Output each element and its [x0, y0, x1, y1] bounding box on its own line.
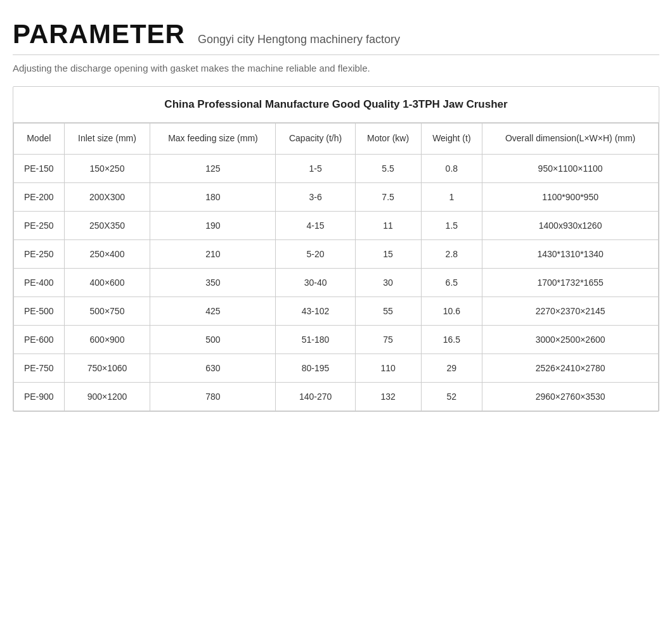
cell-6-4: 75 [355, 325, 421, 354]
header-divider [13, 54, 659, 55]
cell-7-4: 110 [355, 354, 421, 382]
cell-7-3: 80-195 [276, 354, 355, 382]
cell-8-3: 140-270 [276, 382, 355, 411]
cell-6-2: 500 [150, 325, 276, 354]
col-header-2: Max feeding size (mm) [150, 124, 276, 155]
col-header-6: Overall dimension(L×W×H) (mm) [482, 124, 659, 155]
cell-2-0: PE-250 [14, 211, 65, 239]
cell-4-0: PE-400 [14, 268, 65, 296]
cell-5-5: 10.6 [421, 296, 482, 325]
cell-0-2: 125 [150, 154, 276, 182]
cell-7-6: 2526×2410×2780 [482, 354, 659, 382]
cell-8-1: 900×1200 [64, 382, 150, 411]
cell-6-5: 16.5 [421, 325, 482, 354]
cell-4-5: 6.5 [421, 268, 482, 296]
cell-6-1: 600×900 [64, 325, 150, 354]
cell-5-2: 425 [150, 296, 276, 325]
table-row: PE-500500×75042543-1025510.62270×2370×21… [14, 296, 659, 325]
table-row: PE-250250×4002105-20152.81430*1310*1340 [14, 239, 659, 268]
cell-0-3: 1-5 [276, 154, 355, 182]
cell-1-1: 200X300 [64, 182, 150, 211]
cell-0-5: 0.8 [421, 154, 482, 182]
col-header-4: Motor (kw) [355, 124, 421, 155]
cell-2-6: 1400x930x1260 [482, 211, 659, 239]
header-section: PARAMETER Gongyi city Hengtong machinery… [13, 19, 659, 73]
cell-5-6: 2270×2370×2145 [482, 296, 659, 325]
cell-1-0: PE-200 [14, 182, 65, 211]
cell-2-4: 11 [355, 211, 421, 239]
cell-3-4: 15 [355, 239, 421, 268]
cell-5-0: PE-500 [14, 296, 65, 325]
cell-4-1: 400×600 [64, 268, 150, 296]
cell-1-5: 1 [421, 182, 482, 211]
cell-1-2: 180 [150, 182, 276, 211]
col-header-5: Weight (t) [421, 124, 482, 155]
cell-4-3: 30-40 [276, 268, 355, 296]
cell-3-3: 5-20 [276, 239, 355, 268]
cell-4-6: 1700*1732*1655 [482, 268, 659, 296]
cell-2-2: 190 [150, 211, 276, 239]
cell-8-5: 52 [421, 382, 482, 411]
cell-3-0: PE-250 [14, 239, 65, 268]
col-header-0: Model [14, 124, 65, 155]
cell-0-1: 150×250 [64, 154, 150, 182]
table-row: PE-150150×2501251-55.50.8950×1100×1100 [14, 154, 659, 182]
cell-8-4: 132 [355, 382, 421, 411]
table-row: PE-600600×90050051-1807516.53000×2500×26… [14, 325, 659, 354]
cell-3-1: 250×400 [64, 239, 150, 268]
cell-6-0: PE-600 [14, 325, 65, 354]
cell-3-6: 1430*1310*1340 [482, 239, 659, 268]
table-row: PE-900900×1200780140-270132522960×2760×3… [14, 382, 659, 411]
cell-8-0: PE-900 [14, 382, 65, 411]
cell-0-6: 950×1100×1100 [482, 154, 659, 182]
cell-8-2: 780 [150, 382, 276, 411]
table-header-row: ModelInlet size (mm)Max feeding size (mm… [14, 124, 659, 155]
cell-0-0: PE-150 [14, 154, 65, 182]
cell-5-3: 43-102 [276, 296, 355, 325]
table-wrapper: China Professional Manufacture Good Qual… [13, 86, 659, 412]
table-body: PE-150150×2501251-55.50.8950×1100×1100PE… [14, 154, 659, 411]
cell-7-5: 29 [421, 354, 482, 382]
table-row: PE-200200X3001803-67.511100*900*950 [14, 182, 659, 211]
header-top: PARAMETER Gongyi city Hengtong machinery… [13, 19, 659, 49]
subtitle: Adjusting the discharge opening with gas… [13, 63, 659, 73]
cell-2-5: 1.5 [421, 211, 482, 239]
cell-8-6: 2960×2760×3530 [482, 382, 659, 411]
cell-7-1: 750×1060 [64, 354, 150, 382]
table-row: PE-250250X3501904-15111.51400x930x1260 [14, 211, 659, 239]
cell-7-0: PE-750 [14, 354, 65, 382]
cell-5-1: 500×750 [64, 296, 150, 325]
table-row: PE-750750×106063080-195110292526×2410×27… [14, 354, 659, 382]
cell-1-3: 3-6 [276, 182, 355, 211]
table-title: China Professional Manufacture Good Qual… [13, 87, 659, 123]
cell-6-3: 51-180 [276, 325, 355, 354]
cell-1-4: 7.5 [355, 182, 421, 211]
cell-6-6: 3000×2500×2600 [482, 325, 659, 354]
company-name: Gongyi city Hengtong machinery factory [198, 33, 400, 46]
col-header-3: Capacity (t/h) [276, 124, 355, 155]
cell-2-3: 4-15 [276, 211, 355, 239]
cell-4-4: 30 [355, 268, 421, 296]
cell-3-2: 210 [150, 239, 276, 268]
cell-2-1: 250X350 [64, 211, 150, 239]
cell-1-6: 1100*900*950 [482, 182, 659, 211]
table-row: PE-400400×60035030-40306.51700*1732*1655 [14, 268, 659, 296]
cell-0-4: 5.5 [355, 154, 421, 182]
cell-4-2: 350 [150, 268, 276, 296]
page-title: PARAMETER [13, 19, 185, 49]
cell-3-5: 2.8 [421, 239, 482, 268]
cell-7-2: 630 [150, 354, 276, 382]
col-header-1: Inlet size (mm) [64, 124, 150, 155]
cell-5-4: 55 [355, 296, 421, 325]
specs-table: ModelInlet size (mm)Max feeding size (mm… [13, 123, 659, 411]
